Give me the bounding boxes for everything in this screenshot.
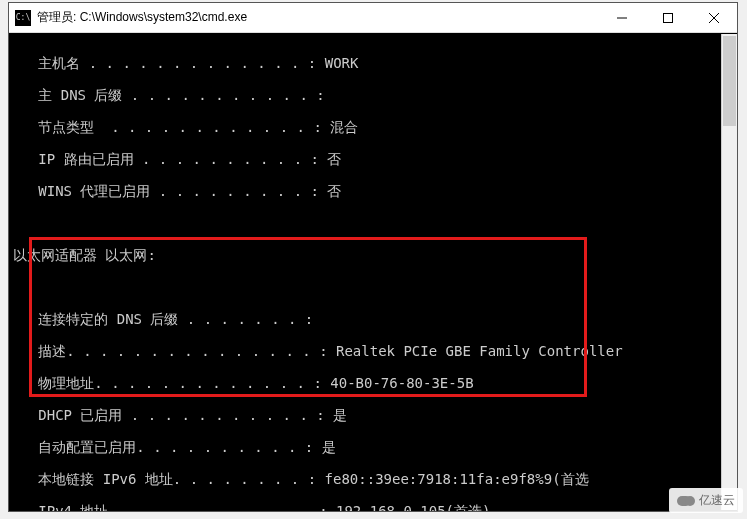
scrollbar-thumb[interactable]	[723, 36, 736, 126]
cmd-window: C:\ 管理员: C:\Windows\system32\cmd.exe 主机名…	[8, 2, 738, 512]
window-title: 管理员: C:\Windows\system32\cmd.exe	[37, 9, 599, 26]
watermark: 亿速云	[669, 488, 743, 513]
titlebar[interactable]: C:\ 管理员: C:\Windows\system32\cmd.exe	[9, 3, 737, 33]
ipv4-address-value: 192.168.0.105(首选)	[336, 503, 490, 511]
vertical-scrollbar[interactable]	[721, 34, 737, 510]
wins-proxy-value: 否	[327, 183, 341, 199]
ip-routing-value: 否	[327, 151, 341, 167]
ip-routing-label: IP 路由已启用 . . . . . . . . . . :	[13, 151, 327, 167]
host-name-label: 主机名 . . . . . . . . . . . . . :	[13, 55, 325, 71]
window-controls	[599, 3, 737, 32]
node-type-label: 节点类型 . . . . . . . . . . . . :	[13, 119, 330, 135]
autoconfig-enabled-value: 是	[322, 439, 336, 455]
svg-rect-1	[664, 14, 673, 23]
ipv6-address-value: fe80::39ee:7918:11fa:e9f8%9(首选	[325, 471, 589, 487]
host-name-value: WORK	[325, 55, 359, 71]
watermark-text: 亿速云	[699, 492, 735, 509]
close-button[interactable]	[691, 3, 737, 33]
physical-address-label: 物理地址. . . . . . . . . . . . . :	[13, 375, 330, 391]
maximize-button[interactable]	[645, 3, 691, 33]
cloud-icon	[677, 495, 695, 507]
wins-proxy-label: WINS 代理已启用 . . . . . . . . . :	[13, 183, 327, 199]
adapter-header: 以太网适配器 以太网:	[13, 247, 737, 263]
dhcp-enabled-label: DHCP 已启用 . . . . . . . . . . . :	[13, 407, 333, 423]
cmd-icon: C:\	[15, 10, 31, 26]
description-value: Realtek PCIe GBE Family Controller	[336, 343, 623, 359]
autoconfig-enabled-label: 自动配置已启用. . . . . . . . . . :	[13, 439, 322, 455]
node-type-value: 混合	[330, 119, 358, 135]
primary-dns-suffix-label: 主 DNS 后缀 . . . . . . . . . . . :	[13, 87, 333, 103]
dhcp-enabled-value: 是	[333, 407, 347, 423]
description-label: 描述. . . . . . . . . . . . . . . :	[13, 343, 336, 359]
ipv4-address-label: IPv4 地址 . . . . . . . . . . . . :	[13, 503, 336, 511]
terminal-output[interactable]: 主机名 . . . . . . . . . . . . . : WORK 主 D…	[9, 33, 737, 511]
ipv6-address-label: 本地链接 IPv6 地址. . . . . . . . :	[13, 471, 325, 487]
physical-address-value: 40-B0-76-80-3E-5B	[330, 375, 473, 391]
conn-dns-suffix-label: 连接特定的 DNS 后缀 . . . . . . . :	[13, 311, 322, 327]
minimize-button[interactable]	[599, 3, 645, 33]
